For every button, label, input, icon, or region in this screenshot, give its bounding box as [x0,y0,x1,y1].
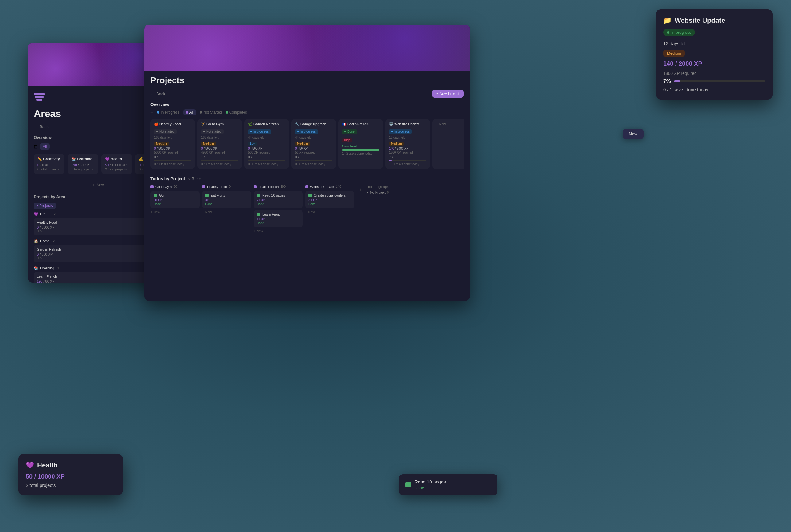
garden-progress: 0% [248,155,285,159]
projects-by-area: 💜 Health 2 Healthy Food 0 / 5000 XP 0% 🏠… [34,212,163,283]
todo-detail-panel: Read 10 pages Done [399,474,498,495]
tab-not-started[interactable]: Not Started [199,110,222,115]
area-card-learning[interactable]: 📚 Learning 190 / 80 XP 1 total projects [67,154,98,174]
garden-refresh-name: Garden Refresh [37,248,160,251]
tab-in-progress[interactable]: In Progress [157,110,179,115]
health-title: 💜 Health [105,157,128,161]
health-area-count: 2 [54,212,56,216]
svg-rect-2 [36,99,42,101]
health-xp-sep: / [34,473,38,480]
add-column-button[interactable]: + [357,186,364,193]
french-read-item[interactable]: Read 10 pages 20 XP Done [254,191,303,208]
website-col-name: Website Update [310,185,334,189]
tab-all[interactable]: All [183,109,196,115]
all-filter[interactable]: All [40,144,50,150]
website-create-item[interactable]: Create social content 30 XP Done [305,191,354,208]
projects-label: Projects [39,204,53,208]
new-project-card[interactable]: + New [432,119,464,169]
todo-detail-check-icon [405,482,411,488]
food-add-todo[interactable]: + New [202,210,251,214]
new-project-label: New Project [439,92,459,96]
add-area-button[interactable]: + New [34,180,163,190]
area-project-health: 💜 Health 2 Healthy Food 0 / 5000 XP 0% [34,212,163,235]
area-project-learning: 📚 Learning 1 Learn French 190 / 80 XP 23… [34,266,163,283]
todos-section: Todos by Project ○ Todos Go to Gym 50 [151,176,464,233]
new-label-card: New [623,129,643,139]
french-learn-header: Learn French [257,212,300,216]
french-progress: Completed [342,145,379,148]
project-card-garage[interactable]: 🔧 Garage Upgrade In progress 44 days lef… [291,119,336,169]
area-card-health[interactable]: 💜 Health 50 / 10000 XP 2 total projects [101,154,132,174]
french-bar [342,149,379,151]
healthy-food-name: Healthy Food [37,221,160,224]
todo-col-gym: Go to Gym 50 Gym 50 XP Done + New [151,185,199,233]
website-ip-dot [391,131,393,132]
gym-check [154,193,157,197]
health-card-xp: 50 / 10000 XP [26,473,115,480]
detail-xp-current: 140 [663,60,673,67]
project-card-gym[interactable]: 🏋️ Go to Gym Not started 166 days left M… [197,119,242,169]
gym-col-count: 50 [173,185,177,188]
french-status: Done [342,129,357,134]
health-card-header: 💜 Health [26,461,115,469]
gym-todo-item[interactable]: Gym 50 XP Done [151,191,199,208]
french-learn-check [257,212,261,216]
add-overview-icon[interactable]: + [151,110,153,115]
french-col-header: Learn French 190 [254,185,303,189]
grid-icon: ⊞ [34,144,38,150]
gym-add-todo[interactable]: + New [151,210,199,214]
website-bar [389,160,426,161]
website-create-check [308,193,312,197]
project-card-website[interactable]: 🖥️ Website Update In progress 12 days le… [385,119,430,169]
area-card-creativity[interactable]: ✏️ Creativity 0 / 0 XP 0 total projects [34,154,64,174]
food-todo-name: Eat Fruits [211,193,225,197]
projects-back-button[interactable]: ← Back [151,92,165,96]
website-create-header: Create social content [308,193,351,197]
projects-by-area-label: Projects by Area [34,194,163,199]
gym-tasks: 0 / 1 tasks done today [201,163,238,166]
project-card-french[interactable]: 🇫🇷 Learn French Done High Completed 1 / … [339,119,383,169]
french-learn-xp: 10 XP [257,217,300,221]
french-add-todo[interactable]: + New [254,229,303,233]
project-card-healthy-food[interactable]: 🍎 Healthy Food Not started 166 days left… [151,119,195,169]
healthy-food-card[interactable]: Healthy Food 0 / 5000 XP 0% [34,218,163,235]
add-icon: + [92,183,95,187]
folder-icon: 📁 [663,17,672,24]
todos-filter[interactable]: ○ Todos [188,177,201,181]
gym-card-title: 🏋️ Go to Gym [201,122,238,126]
website-days: 12 days left [389,136,426,139]
french-card-title: 🇫🇷 Learn French [342,122,379,126]
todos-label: Todos [192,177,201,181]
learning-project-header: 📚 Learning 1 [34,266,163,270]
hidden-groups: Hidden groups ● No Project 0 [367,185,404,233]
detail-tasks: 0 / 1 tasks done today [663,87,765,92]
learn-french-card[interactable]: Learn French 190 / 80 XP 237.5% [34,272,163,283]
new-project-button[interactable]: ▪ New Project [432,90,464,98]
back-button[interactable]: ← Back [34,125,163,129]
detail-title: Website Update [675,17,725,24]
new-card-btn[interactable]: + New [436,122,446,126]
no-project-group[interactable]: ● No Project 0 [367,190,404,194]
french-learn-item[interactable]: Learn French 10 XP Done [254,210,303,227]
detail-xp-total: 2000 XP [679,60,702,67]
in-progress-label: In Progress [160,110,179,115]
website-add-todo[interactable]: + New [305,210,354,214]
healthy-food-progress: 0% [154,155,191,159]
tab-completed[interactable]: Completed [226,110,247,115]
projects-back-label: Back [156,92,165,96]
home-area-count: 2 [53,239,55,243]
garden-refresh-card[interactable]: Garden Refresh 0 / 500 XP 0% [34,245,163,262]
projects-panel: Projects ← Back ▪ New Project Overview + [144,24,470,301]
project-card-garden[interactable]: 🌿 Garden Refresh In progress 44 days lef… [245,119,289,169]
learning-xp: 190 / 80 XP [71,163,95,167]
garden-card-title: 🌿 Garden Refresh [248,122,285,126]
health-xp-current: 50 [26,473,33,480]
projects-filter[interactable]: ▪ Projects [34,203,56,209]
healthy-food-xp-req: 5000 XP required [154,151,191,154]
website-xp: 140 / 2000 XP [389,147,426,150]
gym-col-icon [151,185,154,188]
health-total-projects: 2 total projects [26,482,115,488]
food-todo-item[interactable]: Eat Fruits XP Done [202,191,251,208]
completed-label: Completed [229,110,247,115]
areas-title: Areas [34,108,163,119]
